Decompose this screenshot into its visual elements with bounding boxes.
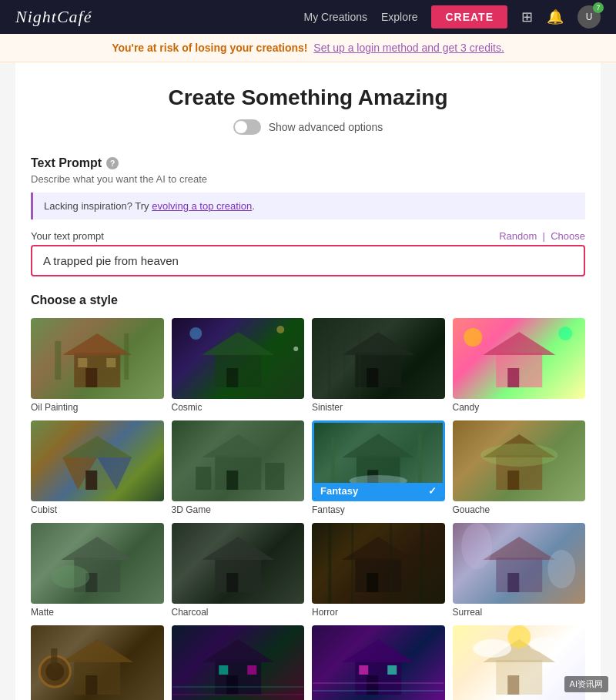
svg-point-11 [276,326,284,333]
selected-overlay: Fantasy ✓ [314,483,443,499]
alert-link[interactable]: Set up a login method and get 3 credits. [313,42,504,54]
svg-point-62 [461,523,492,569]
style-name-sinister: Sinister [312,402,445,413]
advanced-options-label: Show advanced options [269,121,383,133]
svg-rect-16 [328,318,330,399]
logo: NightCafé [15,7,92,27]
style-item-steampunk[interactable]: Steampunk [31,625,164,700]
create-button[interactable]: CREATE [431,5,507,28]
svg-rect-61 [507,573,519,592]
svg-rect-17 [343,318,345,399]
notification-badge: 7 [593,2,604,13]
style-item-3d-game[interactable]: 3D Game [172,420,305,515]
svg-rect-38 [331,437,335,484]
style-name-cubist: Cubist [31,504,164,515]
svg-point-88 [473,639,511,658]
checkmark-icon: ✓ [428,485,437,497]
svg-point-10 [189,327,202,340]
svg-point-87 [507,625,531,648]
style-item-cosmic[interactable]: Cosmic [172,318,305,413]
style-name-fantasy: Fantasy [312,504,445,515]
svg-rect-57 [390,523,392,604]
svg-marker-65 [61,639,133,662]
your-text-prompt-label: Your text prompt [31,230,104,242]
svg-marker-8 [202,332,274,355]
prompt-actions: Random | Choose [499,230,585,242]
svg-rect-18 [359,318,360,399]
bell-icon[interactable]: 🔔 [547,8,564,25]
svg-rect-3 [78,358,87,367]
svg-rect-81 [387,665,397,675]
style-item-sinister[interactable]: Sinister [312,318,445,413]
inspiration-box: Lacking inspiration? Try evolving a top … [31,193,585,219]
style-name-horror: Horror [312,607,445,618]
avatar-letter: U [586,12,593,22]
alert-text: You're at risk of losing your creations! [112,42,307,54]
ai-watermark: AI资讯网 [564,676,608,692]
style-item-candy[interactable]: Candy [453,318,586,413]
style-name-3d-game: 3D Game [172,504,305,515]
svg-marker-71 [202,639,274,662]
svg-rect-5 [55,341,61,380]
navbar-right: My Creations Explore CREATE ⊞ 🔔 U 7 [304,5,601,28]
svg-rect-28 [85,471,97,490]
svg-rect-73 [219,665,228,675]
toggle-knob [235,121,247,133]
style-section: Choose a style Oil Painting [31,293,585,700]
my-creations-link[interactable]: My Creations [304,11,367,23]
style-item-matte[interactable]: Matte [31,523,164,618]
navbar: NightCafé My Creations Explore CREATE ⊞ … [0,0,616,34]
choose-link[interactable]: Choose [551,230,585,242]
svg-rect-32 [196,467,211,490]
style-item-cubist[interactable]: Cubist [31,420,164,515]
svg-rect-74 [247,665,256,675]
page-title: Create Something Amazing [31,85,585,110]
style-item-charcoal[interactable]: Charcoal [172,523,305,618]
advanced-options-row: Show advanced options [31,119,585,135]
advanced-options-toggle[interactable] [233,119,261,135]
svg-marker-30 [202,434,274,457]
style-item-horror[interactable]: Horror [312,523,445,618]
discord-icon[interactable]: ⊞ [521,8,533,25]
style-label: Choose a style [31,293,585,307]
svg-marker-60 [483,537,555,560]
style-grid: Oil Painting Cosmic [31,318,585,700]
main-content: Create Something Amazing Show advanced o… [15,62,601,700]
svg-rect-56 [351,523,353,604]
svg-point-89 [529,637,563,652]
svg-point-47 [51,565,89,588]
svg-marker-78 [342,639,414,662]
svg-rect-2 [85,368,97,387]
style-item-synthwave[interactable]: Synthwave [312,625,445,700]
svg-marker-35 [342,434,414,457]
section-desc: Describe what you want the AI to create [31,173,585,185]
style-name-gouache: Gouache [453,504,586,515]
help-icon[interactable]: ? [106,157,119,169]
random-link[interactable]: Random [499,230,537,242]
alert-banner: You're at risk of losing your creations!… [0,34,616,62]
style-item-oil-painting[interactable]: Oil Painting [31,318,164,413]
svg-rect-6 [124,333,129,380]
svg-point-23 [558,327,572,340]
explore-link[interactable]: Explore [381,11,417,23]
evolving-link[interactable]: evolving a top creation [152,200,252,212]
svg-rect-31 [226,471,238,490]
style-item-surreal[interactable]: Surreal [453,523,586,618]
svg-marker-14 [342,332,414,355]
text-prompt-input[interactable] [31,245,585,276]
avatar[interactable]: U 7 [578,5,601,28]
svg-rect-80 [359,665,368,675]
svg-rect-21 [507,368,519,387]
style-item-cyberpunk[interactable]: Cyberpunk [172,625,305,700]
svg-rect-51 [172,523,303,604]
svg-marker-24 [62,436,132,457]
style-item-fantasy[interactable]: Fantasy ✓ Fantasy [312,420,445,515]
svg-rect-9 [226,368,238,387]
svg-rect-39 [418,434,422,484]
svg-rect-15 [367,368,378,387]
svg-rect-33 [265,463,284,490]
style-name-candy: Candy [453,402,586,413]
style-item-gouache[interactable]: Gouache [453,420,586,515]
svg-point-63 [547,550,575,588]
svg-rect-58 [420,523,424,604]
